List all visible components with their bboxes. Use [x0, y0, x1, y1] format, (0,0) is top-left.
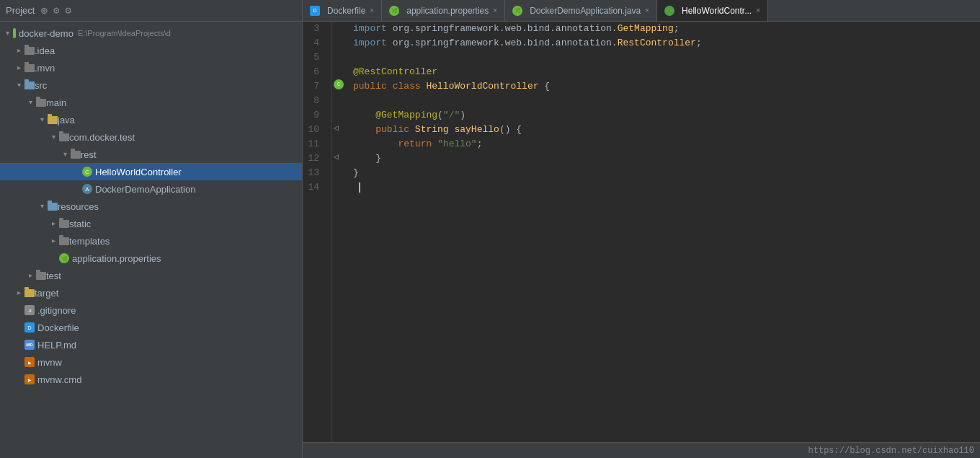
hwc-label: HelloWorldController: [95, 167, 182, 177]
sidebar-item-templates[interactable]: templates: [0, 232, 302, 250]
tab-dockerfile-close[interactable]: ×: [370, 6, 374, 14]
mvnwcmd-icon: ▶: [24, 374, 35, 384]
static-folder-icon: [59, 220, 69, 228]
code-line-7: public class HelloWorldController {: [353, 79, 980, 94]
linenum-13: 13: [303, 166, 325, 180]
linenum-6: 6: [303, 65, 325, 79]
static-label: static: [69, 219, 91, 229]
code-line-13: }: [353, 166, 980, 180]
sidebar-item-helpmd[interactable]: MD HELP.md: [0, 336, 302, 353]
target-label: target: [35, 288, 58, 299]
sidebar-item-src[interactable]: src: [0, 76, 302, 94]
sidebar-item-mvnw[interactable]: ▶ mvnw: [0, 353, 302, 371]
java-label: java: [58, 115, 75, 125]
java-folder-icon: [48, 116, 58, 124]
sidebar-item-target[interactable]: target: [0, 284, 302, 301]
line-numbers: 3 4 5 6 7 8 9 10 11 12 13 14: [303, 22, 331, 442]
templates-label: templates: [69, 236, 110, 247]
code-line-6: @RestController: [353, 65, 980, 79]
rest-chevron: [61, 150, 69, 159]
templates-chevron: [49, 237, 58, 245]
test-label: test: [46, 270, 61, 281]
code-line-9: @GetMapping("/"): [353, 108, 980, 123]
test-chevron: [26, 271, 35, 280]
gutter-fold-12[interactable]: ◁: [334, 151, 339, 162]
java-chevron: [37, 115, 46, 124]
tab-dockerdemo-close[interactable]: ×: [645, 6, 649, 14]
idea-folder-icon: [24, 47, 35, 55]
hwc-spring-icon: C: [82, 167, 92, 177]
project-label: Project: [6, 5, 35, 16]
main-folder-icon: [36, 99, 46, 107]
package-label: com.docker.test: [69, 132, 135, 143]
sidebar-item-dockerfile[interactable]: D Dockerfile: [0, 319, 302, 336]
sidebar-item-app-props[interactable]: 🌿 application.properties: [0, 250, 302, 267]
sidebar-item-java[interactable]: java: [0, 111, 302, 128]
mvnwcmd-chevron: [14, 375, 23, 384]
linenum-10: 10: [303, 123, 325, 137]
sidebar-item-mvn[interactable]: .mvn: [0, 59, 302, 76]
sidebar-item-helloworldcontroller[interactable]: C HelloWorldController: [0, 163, 302, 180]
props-label: application.properties: [72, 253, 161, 264]
md-label: HELP.md: [37, 340, 76, 351]
dockerfile-icon: D: [310, 6, 320, 16]
linenum-14: 14: [303, 180, 325, 195]
status-url: https://blog.csdn.net/cuixhao110: [808, 446, 974, 456]
code-line-14[interactable]: [353, 180, 980, 195]
code-content[interactable]: import org.springframework.web.bind.anno…: [347, 22, 980, 442]
tab-app-props-close[interactable]: ×: [493, 6, 497, 14]
hwc-chevron: [72, 167, 81, 176]
sidebar-item-main[interactable]: main: [0, 94, 302, 111]
editor-tabs: D Dockerfile × 🌿 application.properties …: [303, 0, 980, 21]
test-folder-icon: [36, 272, 46, 280]
linenum-8: 8: [303, 94, 325, 108]
helloworld-icon: 🌿: [664, 6, 674, 16]
gear-icon[interactable]: ⚙: [66, 4, 71, 17]
sidebar-item-gitignore[interactable]: .g .gitignore: [0, 301, 302, 319]
project-tree: docker-demo E:\Program\IdeaProjects\d .i…: [0, 22, 303, 458]
sidebar-item-resources[interactable]: resources: [0, 198, 302, 215]
package-chevron: [49, 133, 58, 141]
dda-chevron: [72, 185, 81, 193]
idea-label: .idea: [35, 45, 55, 56]
linenum-5: 5: [303, 50, 325, 65]
mvnw-label: mvnw: [37, 357, 62, 368]
resources-chevron: [37, 202, 46, 211]
main-label: main: [46, 97, 66, 108]
sidebar-item-mvnwcmd[interactable]: ▶ mvnw.cmd: [0, 371, 302, 388]
sidebar-item-idea[interactable]: .idea: [0, 42, 302, 59]
tab-helloworldcontroller[interactable]: 🌿 HelloWorldContr... ×: [657, 0, 768, 21]
code-container: 3 4 5 6 7 8 9 10 11 12 13 14 C ◁ ◁: [303, 22, 980, 442]
status-bar: https://blog.csdn.net/cuixhao110: [303, 442, 980, 458]
mvn-label: .mvn: [35, 63, 55, 74]
tab-helloworld-close[interactable]: ×: [756, 6, 760, 14]
tab-dockerfile[interactable]: D Dockerfile ×: [303, 0, 382, 21]
linenum-12: 12: [303, 151, 325, 166]
mvn-chevron: [14, 63, 23, 72]
gutter-spring-icon[interactable]: C: [334, 79, 344, 89]
project-path: E:\Program\IdeaProjects\d: [78, 29, 171, 38]
tab-application-properties[interactable]: 🌿 application.properties ×: [382, 0, 505, 21]
idea-chevron: [14, 46, 23, 55]
linenum-11: 11: [303, 137, 325, 151]
main-chevron: [26, 98, 35, 107]
dda-label: DockerDemoApplication: [95, 184, 195, 195]
nav-icon[interactable]: ⊕: [40, 4, 48, 18]
tab-helloworld-label: HelloWorldContr...: [682, 6, 752, 16]
sidebar-item-rest[interactable]: rest: [0, 146, 302, 163]
target-folder-icon: [24, 289, 35, 297]
sidebar-item-static[interactable]: static: [0, 215, 302, 232]
gutter-fold-10[interactable]: ◁: [334, 123, 339, 133]
tree-root[interactable]: docker-demo E:\Program\IdeaProjects\d: [0, 25, 302, 42]
settings-icon[interactable]: ⚙: [53, 4, 59, 17]
mvnw-chevron: [14, 358, 23, 366]
sidebar-item-test[interactable]: test: [0, 267, 302, 284]
dda-spring-icon: A: [82, 184, 92, 194]
resources-folder-icon: [48, 203, 58, 211]
md-icon: MD: [24, 340, 35, 350]
sidebar-item-dockerdemoapp[interactable]: A DockerDemoApplication: [0, 180, 302, 198]
static-chevron: [49, 219, 58, 228]
sidebar-item-com-docker-test[interactable]: com.docker.test: [0, 128, 302, 146]
tab-dockerdemo-app[interactable]: 🌿 DockerDemoApplication.java ×: [505, 0, 657, 21]
root-chevron: [3, 29, 12, 38]
